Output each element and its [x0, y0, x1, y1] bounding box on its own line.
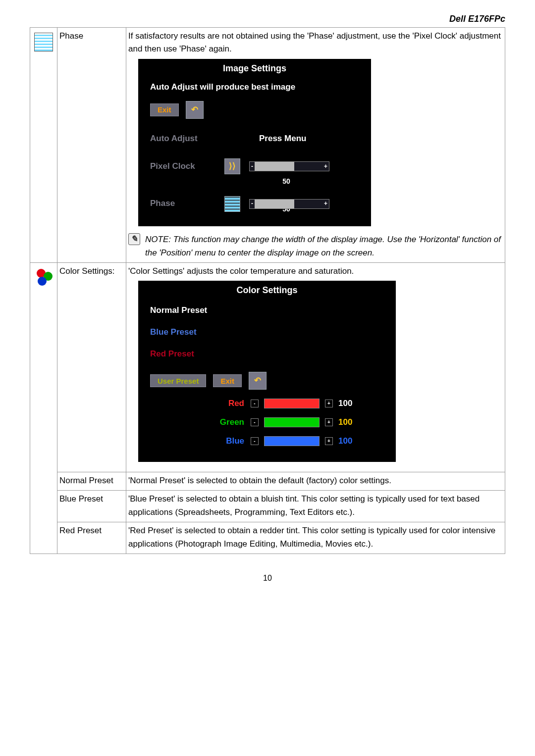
green-value: 100	[338, 416, 354, 429]
color-label: Color Settings:	[57, 262, 126, 472]
pixel-clock-label[interactable]: Pixel Clock	[150, 160, 224, 173]
normal-preset-desc: 'Normal Preset' is selected to obtain th…	[126, 472, 505, 491]
phase-note-text: NOTE: This function may change the width…	[145, 233, 503, 259]
color-desc: 'Color Settings' adjusts the color tempe…	[128, 265, 503, 278]
red-slider[interactable]	[264, 399, 320, 408]
pixel-clock-value: 50	[279, 176, 294, 187]
phase-osd-icon	[224, 196, 240, 212]
plus-icon[interactable]: +	[325, 418, 333, 426]
blue-slider-label: Blue	[210, 435, 249, 448]
exit-button[interactable]: Exit	[150, 103, 179, 116]
phase-icon	[34, 33, 53, 51]
return-icon[interactable]: ↶	[186, 101, 204, 119]
blue-preset-item[interactable]: Blue Preset	[150, 326, 197, 339]
blue-value: 100	[338, 435, 354, 448]
phase-osd-label[interactable]: Phase	[150, 197, 224, 210]
page-number: 10	[30, 574, 505, 583]
phase-label: Phase	[57, 28, 126, 263]
minus-icon[interactable]: -	[251, 437, 259, 445]
normal-preset-item[interactable]: Normal Preset	[150, 304, 207, 317]
osd-color-title: Color Settings	[138, 281, 396, 301]
red-preset-label: Red Preset	[57, 522, 126, 554]
product-header: Dell E176FPc	[30, 14, 505, 24]
color-exit-button[interactable]: Exit	[213, 374, 242, 387]
plus-icon[interactable]: +	[325, 400, 333, 407]
pixel-clock-icon: ⟩⟩	[224, 158, 240, 174]
red-value: 100	[338, 397, 354, 410]
phase-note: ✎ NOTE: This function may change the wid…	[128, 233, 503, 259]
color-return-icon[interactable]: ↶	[249, 372, 267, 390]
blue-preset-desc: 'Blue Preset' is selected to obtain a bl…	[126, 491, 505, 522]
minus-icon[interactable]: -	[251, 400, 259, 407]
row-normal-preset: Normal Preset 'Normal Preset' is selecte…	[30, 472, 505, 491]
osd-image-title: Image Settings	[138, 59, 371, 79]
blue-slider[interactable]	[264, 436, 320, 446]
row-blue-preset: Blue Preset 'Blue Preset' is selected to…	[30, 491, 505, 522]
phase-desc-cell: If satisfactory results are not obtained…	[126, 28, 505, 263]
osd-image-settings: Image Settings Auto Adjust will produce …	[138, 59, 371, 227]
red-preset-item[interactable]: Red Preset	[150, 348, 194, 360]
color-settings-icon	[35, 268, 53, 286]
note-icon: ✎	[128, 233, 140, 245]
press-menu-label: Press Menu	[259, 132, 306, 145]
red-slider-label: Red	[210, 397, 249, 410]
user-preset-item[interactable]: User Preset	[150, 374, 206, 387]
minus-icon[interactable]: -	[251, 418, 259, 426]
row-red-preset: Red Preset 'Red Preset' is selected to o…	[30, 522, 505, 554]
phase-desc: If satisfactory results are not obtained…	[128, 30, 503, 56]
green-slider-label: Green	[210, 416, 249, 429]
green-slider[interactable]	[264, 417, 320, 427]
red-preset-desc: 'Red Preset' is selected to obtain a red…	[126, 522, 505, 554]
plus-icon[interactable]: +	[325, 437, 333, 445]
pixel-clock-slider[interactable]: -+	[249, 161, 329, 171]
phase-slider[interactable]: -+	[249, 199, 329, 209]
normal-preset-label: Normal Preset	[57, 472, 126, 491]
row-color: Color Settings: 'Color Settings' adjusts…	[30, 262, 505, 472]
auto-adjust-label[interactable]: Auto Adjust	[150, 132, 224, 145]
blue-preset-label: Blue Preset	[57, 491, 126, 522]
color-desc-cell: 'Color Settings' adjusts the color tempe…	[126, 262, 505, 472]
osd-color-settings: Color Settings Normal Preset Blue Preset…	[138, 281, 396, 462]
osd-exit-row: Exit ↶	[150, 101, 359, 119]
osd-auto-heading: Auto Adjust will produce best image	[150, 82, 359, 92]
doc-table: Phase If satisfactory results are not ob…	[30, 27, 505, 554]
row-phase: Phase If satisfactory results are not ob…	[30, 28, 505, 263]
